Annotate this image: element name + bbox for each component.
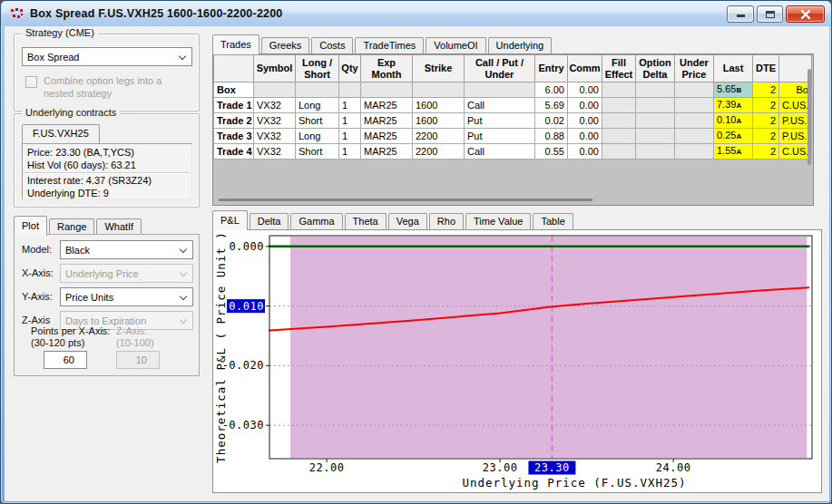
cell-fill_effect[interactable] bbox=[602, 129, 636, 144]
cell-comm[interactable]: 0.00 bbox=[568, 98, 602, 113]
tab-vega[interactable]: Vega bbox=[388, 213, 427, 229]
cell-last[interactable]: 0.25A bbox=[714, 129, 753, 144]
cell-comm[interactable]: 0.00 bbox=[568, 82, 602, 98]
titlebar[interactable]: Box Spread F.US.VXH25 1600-1600-2200-220… bbox=[1, 1, 831, 26]
cell-call_put_under[interactable]: Put bbox=[465, 113, 535, 129]
tab-plot[interactable]: Plot bbox=[14, 216, 47, 236]
cell-label[interactable]: Trade 4 bbox=[214, 144, 254, 160]
cell-option_delta[interactable] bbox=[636, 113, 675, 129]
cell-qty[interactable]: 1 bbox=[339, 98, 361, 113]
cell-qty[interactable] bbox=[339, 82, 361, 98]
tab-tradetimes[interactable]: TradeTimes bbox=[355, 37, 424, 53]
cell-qty[interactable]: 1 bbox=[339, 113, 361, 129]
vertical-scrollbar[interactable] bbox=[808, 69, 811, 165]
cell-strike[interactable]: 1600 bbox=[413, 113, 465, 129]
tab-p-l[interactable]: P&L bbox=[212, 210, 248, 230]
cell-label[interactable]: Box bbox=[214, 82, 254, 98]
points-per-x-axis-input[interactable] bbox=[44, 351, 87, 369]
cell-call_put_under[interactable]: Call bbox=[465, 144, 535, 160]
cell-label[interactable]: Trade 1 bbox=[214, 98, 254, 113]
cell-call_put_under[interactable]: Call bbox=[465, 98, 535, 113]
cell-label[interactable]: Trade 3 bbox=[214, 129, 254, 144]
cell-exp_month[interactable] bbox=[361, 82, 413, 98]
tab-costs[interactable]: Costs bbox=[311, 37, 353, 53]
cell-symbol[interactable]: VX32 bbox=[254, 129, 296, 144]
cell-last[interactable]: 1.55A bbox=[714, 144, 753, 160]
contract-tab[interactable]: F.US.VXH25 bbox=[22, 124, 100, 143]
cell-under_price[interactable] bbox=[675, 144, 714, 160]
x-axis-title: Underlying Price (F.US.VXH25) bbox=[462, 476, 686, 489]
tab-rho[interactable]: Rho bbox=[429, 213, 464, 229]
cell-long_short[interactable]: Long bbox=[296, 129, 339, 144]
tab-underlying[interactable]: Underlying bbox=[488, 37, 553, 53]
cell-option_delta[interactable] bbox=[636, 82, 675, 98]
strategy-select[interactable]: Box Spread bbox=[22, 47, 192, 66]
cell-dte[interactable]: 2 bbox=[753, 98, 779, 113]
cell-strike[interactable]: 1600 bbox=[413, 98, 465, 113]
cell-comm[interactable]: 0.00 bbox=[568, 144, 602, 160]
cell-dte[interactable]: 2 bbox=[753, 82, 779, 98]
cell-symbol[interactable]: VX32 bbox=[254, 144, 296, 160]
cell-symbol[interactable]: VX32 bbox=[254, 113, 296, 129]
cell-call_put_under[interactable] bbox=[465, 82, 535, 98]
cell-dte[interactable]: 2 bbox=[753, 113, 779, 129]
cell-strike[interactable]: 2200 bbox=[413, 129, 465, 144]
cell-dte[interactable]: 2 bbox=[753, 144, 779, 160]
tab-volumeoi[interactable]: VolumeOI bbox=[426, 37, 485, 53]
tab-gamma[interactable]: Gamma bbox=[290, 213, 342, 229]
cell-fill_effect[interactable] bbox=[602, 144, 636, 160]
tab-greeks[interactable]: Greeks bbox=[261, 37, 309, 53]
cell-under_price[interactable] bbox=[675, 113, 714, 129]
maximize-button[interactable] bbox=[757, 5, 783, 23]
cell-fill_effect[interactable] bbox=[602, 98, 636, 113]
model-select[interactable]: Black bbox=[60, 240, 193, 259]
tab-delta[interactable]: Delta bbox=[250, 213, 289, 229]
cell-long_short[interactable]: Short bbox=[296, 144, 339, 160]
cell-entry[interactable]: 0.88 bbox=[535, 129, 568, 144]
cell-option_delta[interactable] bbox=[636, 98, 675, 113]
cell-qty[interactable]: 1 bbox=[339, 144, 361, 160]
close-button[interactable] bbox=[786, 5, 825, 23]
cell-long_short[interactable]: Long bbox=[296, 98, 339, 113]
cell-comm[interactable]: 0.00 bbox=[568, 113, 602, 129]
cell-long_short[interactable]: Short bbox=[296, 113, 339, 129]
cell-entry[interactable]: 0.02 bbox=[535, 113, 568, 129]
cell-strike[interactable] bbox=[413, 82, 465, 98]
tab-time-value[interactable]: Time Value bbox=[465, 213, 531, 229]
cell-call_put_under[interactable]: Put bbox=[465, 129, 535, 144]
cell-label[interactable]: Trade 2 bbox=[214, 113, 254, 129]
cell-exp_month[interactable]: MAR25 bbox=[361, 144, 413, 160]
tab-trades[interactable]: Trades bbox=[212, 34, 259, 54]
tab-table[interactable]: Table bbox=[533, 213, 573, 229]
cell-under_price[interactable] bbox=[675, 98, 714, 113]
cell-exp_month[interactable]: MAR25 bbox=[361, 98, 413, 113]
cell-last[interactable]: 7.39A bbox=[714, 98, 753, 113]
cell-fill_effect[interactable] bbox=[602, 82, 636, 98]
cell-last[interactable]: 5.65B bbox=[714, 82, 753, 98]
cell-exp_month[interactable]: MAR25 bbox=[361, 113, 413, 129]
cell-dte[interactable]: 2 bbox=[753, 129, 779, 144]
horizontal-scrollbar[interactable] bbox=[219, 199, 592, 201]
cell-qty[interactable]: 1 bbox=[339, 129, 361, 144]
tab-range[interactable]: Range bbox=[49, 218, 94, 235]
cell-entry[interactable]: 5.69 bbox=[535, 98, 568, 113]
combine-legs-checkbox[interactable] bbox=[25, 76, 37, 88]
cell-option_delta[interactable] bbox=[636, 129, 675, 144]
cell-under_price[interactable] bbox=[675, 82, 714, 98]
cell-long_short[interactable] bbox=[296, 82, 339, 98]
cell-last[interactable]: 0.10A bbox=[714, 113, 753, 129]
cell-option_delta[interactable] bbox=[636, 144, 675, 160]
cell-under_price[interactable] bbox=[675, 129, 714, 144]
cell-exp_month[interactable]: MAR25 bbox=[361, 129, 413, 144]
cell-entry[interactable]: 6.00 bbox=[535, 82, 568, 98]
tab-theta[interactable]: Theta bbox=[345, 213, 387, 229]
minimize-button[interactable] bbox=[727, 5, 754, 23]
y-axis-select[interactable]: Price Units bbox=[60, 287, 193, 306]
cell-strike[interactable]: 2200 bbox=[413, 144, 465, 160]
cell-symbol[interactable]: VX32 bbox=[254, 98, 296, 113]
cell-comm[interactable]: 0.00 bbox=[568, 129, 602, 144]
tab-whatif[interactable]: WhatIf bbox=[96, 218, 142, 235]
cell-symbol[interactable] bbox=[254, 82, 296, 98]
cell-fill_effect[interactable] bbox=[602, 113, 636, 129]
cell-entry[interactable]: 0.55 bbox=[535, 144, 568, 160]
